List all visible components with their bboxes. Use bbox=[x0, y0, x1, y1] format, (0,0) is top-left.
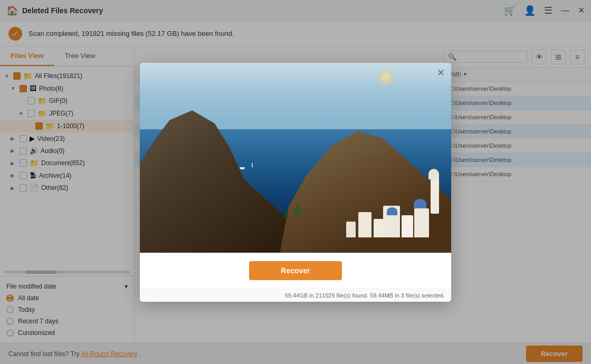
modal-overlay[interactable]: ✕ bbox=[0, 0, 591, 364]
modal-close-button[interactable]: ✕ bbox=[437, 68, 445, 78]
preview-image bbox=[140, 63, 451, 253]
preview-modal: ✕ bbox=[140, 63, 451, 302]
modal-footer: Recover bbox=[140, 253, 451, 289]
recover-button-modal[interactable]: Recover bbox=[249, 261, 341, 280]
modal-status-info: 59.44GB in 211029 file(s) found. 59.44MB… bbox=[140, 289, 451, 302]
